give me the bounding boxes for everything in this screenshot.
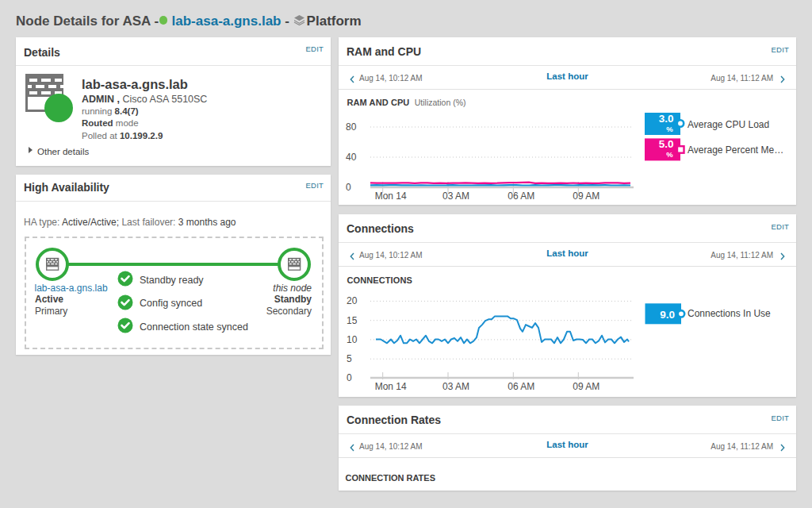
svg-text:0: 0 [347, 372, 352, 383]
svg-text:0: 0 [346, 182, 351, 193]
svg-text:10: 10 [347, 334, 358, 345]
svg-text:20: 20 [347, 295, 358, 306]
svg-text:06 AM: 06 AM [508, 190, 534, 202]
svg-text:5.0: 5.0 [659, 138, 674, 150]
svg-text:15: 15 [347, 315, 358, 326]
svg-text:3.0: 3.0 [659, 113, 674, 125]
svg-text:%: % [666, 150, 673, 159]
svg-text:Average Percent Me…: Average Percent Me… [688, 144, 783, 156]
svg-text:03 AM: 03 AM [442, 381, 469, 392]
svg-text:5: 5 [347, 353, 352, 364]
svg-text:Mon 14: Mon 14 [375, 190, 407, 202]
svg-text:Average CPU Load: Average CPU Load [688, 119, 769, 130]
svg-text:Mon 14: Mon 14 [375, 381, 407, 392]
svg-text:%: % [666, 125, 673, 133]
svg-text:80: 80 [346, 121, 357, 133]
svg-text:09 AM: 09 AM [573, 381, 599, 392]
svg-text:40: 40 [346, 152, 357, 163]
svg-text:Connections In Use: Connections In Use [688, 308, 771, 319]
svg-text:06 AM: 06 AM [508, 381, 534, 392]
svg-text:9.0: 9.0 [660, 309, 675, 321]
svg-text:03 AM: 03 AM [442, 190, 469, 202]
svg-text:09 AM: 09 AM [573, 190, 599, 202]
